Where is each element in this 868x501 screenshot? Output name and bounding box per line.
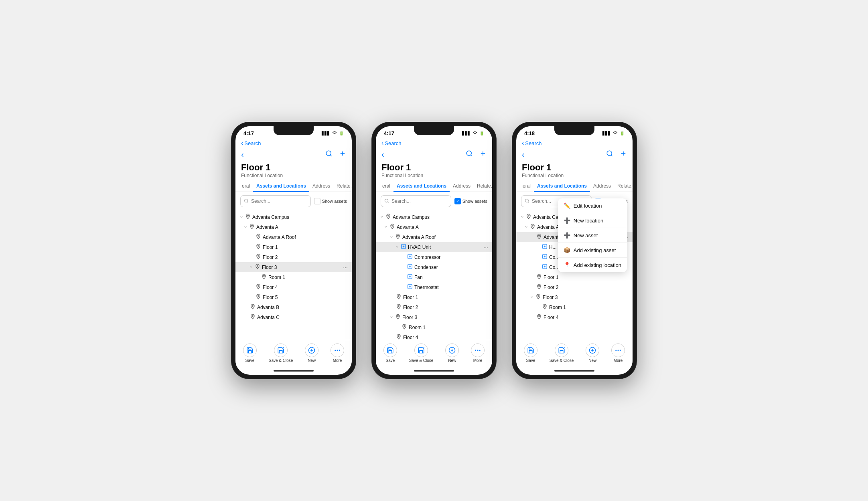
back-nav[interactable]: ‹Search xyxy=(376,138,492,148)
tree-item[interactable]: Advanta Campus xyxy=(235,212,352,222)
tree-item[interactable]: Floor 1 xyxy=(376,292,492,302)
context-dots[interactable]: ··· xyxy=(483,244,488,250)
chevron-icon xyxy=(380,214,384,220)
tree-item[interactable]: Room 1 xyxy=(376,322,492,332)
back-button[interactable]: ‹ xyxy=(241,150,244,159)
back-button[interactable]: ‹ xyxy=(522,150,525,159)
context-menu-item[interactable]: 📍 Add existing location xyxy=(558,258,627,272)
search-box[interactable] xyxy=(240,195,311,207)
tab-1[interactable]: Assets and Locations xyxy=(393,181,450,192)
tree-item[interactable]: Advanta A Roof xyxy=(235,232,352,242)
tree-item-label: Floor 1 xyxy=(403,295,488,300)
tree-item[interactable]: Advanta A xyxy=(235,222,352,232)
tree-item[interactable]: Floor 4 xyxy=(235,282,352,292)
phone-3: 4:18 ▋▋▋ 🔋 ‹Search ‹ Floor 1 Functional … xyxy=(512,122,637,379)
tab-2[interactable]: Address xyxy=(590,181,614,192)
bottom-btn-more[interactable]: More xyxy=(471,343,485,363)
tree-item[interactable]: Floor 2 xyxy=(376,302,492,312)
title-area: Floor 1 Functional Location xyxy=(376,162,492,181)
location-icon xyxy=(395,314,401,321)
tree-item[interactable]: Floor 1 xyxy=(235,242,352,252)
tree-item[interactable]: Condenser xyxy=(376,262,492,272)
svg-point-27 xyxy=(607,151,612,156)
add-button[interactable] xyxy=(620,150,627,159)
svg-point-26 xyxy=(480,350,481,351)
tree-item[interactable]: Floor 3 xyxy=(516,292,633,302)
tree-item[interactable]: Floor 3 xyxy=(376,312,492,322)
tree-item[interactable]: Fan xyxy=(376,272,492,282)
tab-0[interactable]: eral xyxy=(239,181,253,192)
tab-1[interactable]: Assets and Locations xyxy=(534,181,590,192)
tree-item-label: Advanta A Roof xyxy=(402,234,488,240)
bottom-btn-save[interactable]: Save xyxy=(524,343,537,363)
tab-3[interactable]: Relate... xyxy=(614,181,633,192)
bottom-btn-save[interactable]: Save xyxy=(243,343,257,363)
tree-item[interactable]: Floor 5 xyxy=(235,292,352,302)
tab-2[interactable]: Address xyxy=(309,181,333,192)
location-icon xyxy=(256,244,261,250)
tree-item[interactable]: Floor 4 xyxy=(516,312,633,322)
tab-3[interactable]: Relate... xyxy=(474,181,492,192)
context-menu-item[interactable]: ➕ New location xyxy=(558,213,627,228)
tree-item[interactable]: Advanta C xyxy=(235,312,352,322)
context-dots[interactable]: ··· xyxy=(343,264,348,271)
tab-0[interactable]: eral xyxy=(379,181,393,192)
bottom-btn-more[interactable]: More xyxy=(331,343,344,363)
tree-item[interactable]: Floor 3··· xyxy=(235,262,352,272)
tab-0[interactable]: eral xyxy=(519,181,534,192)
tree-item[interactable]: Room 1 xyxy=(516,302,633,312)
tree-item[interactable]: Floor 4 xyxy=(376,332,492,340)
tree-item[interactable]: Compressor xyxy=(376,252,492,262)
bottom-btn-save-&-close[interactable]: Save & Close xyxy=(409,343,434,363)
back-nav[interactable]: ‹Search xyxy=(516,138,633,148)
tree-item[interactable]: Thermostat xyxy=(376,282,492,292)
tree-item[interactable]: Room 1 xyxy=(235,272,352,282)
bottom-btn-save[interactable]: Save xyxy=(383,343,397,363)
tree-item[interactable]: Advanta B xyxy=(235,302,352,312)
show-assets-toggle[interactable]: ✓ Show assets xyxy=(454,198,487,204)
add-button[interactable] xyxy=(339,150,346,159)
tab-1[interactable]: Assets and Locations xyxy=(253,181,309,192)
bottom-btn-save-&-close[interactable]: Save & Close xyxy=(269,343,293,363)
search-button[interactable] xyxy=(325,150,333,159)
tree-item[interactable]: Advanta A xyxy=(376,222,492,232)
tab-3[interactable]: Relate... xyxy=(333,181,352,192)
tree-item[interactable]: Advanta A Roof xyxy=(376,232,492,242)
home-indicator xyxy=(414,370,454,372)
bottom-btn-new[interactable]: New xyxy=(586,343,599,363)
context-menu-item[interactable]: ✏️ Edit location xyxy=(558,198,627,213)
back-nav[interactable]: ‹Search xyxy=(235,138,352,148)
asset-icon xyxy=(407,264,413,271)
tree-item[interactable]: HVAC Unit··· xyxy=(376,242,492,252)
signal-icon: ▋▋▋ xyxy=(462,131,471,135)
add-button[interactable] xyxy=(479,150,487,159)
phone-2: 4:17 ▋▋▋ 🔋 ‹Search ‹ Floor 1 Functional … xyxy=(372,122,496,379)
search-input[interactable] xyxy=(391,198,448,204)
search-button[interactable] xyxy=(606,150,613,159)
bottom-btn-more[interactable]: More xyxy=(611,343,625,363)
tree-item[interactable]: Advanta Campus xyxy=(376,212,492,222)
back-button[interactable]: ‹ xyxy=(381,150,384,159)
asset-icon xyxy=(407,254,413,261)
tab-2[interactable]: Address xyxy=(450,181,474,192)
tree-item[interactable]: Floor 1 xyxy=(516,272,633,282)
wifi-icon xyxy=(612,131,618,136)
tree-item-label: Floor 3 xyxy=(543,295,629,300)
search-button[interactable] xyxy=(466,150,473,159)
show-assets-toggle[interactable]: Show assets xyxy=(314,198,347,204)
show-assets-checkbox[interactable]: ✓ xyxy=(454,198,461,204)
tree-item[interactable]: Floor 2 xyxy=(235,252,352,262)
btn-label-2: New xyxy=(588,358,596,363)
context-menu-item[interactable]: ➕ New asset xyxy=(558,228,627,243)
btn-icon-3 xyxy=(331,343,344,357)
show-assets-checkbox[interactable] xyxy=(314,198,320,204)
bottom-btn-save-&-close[interactable]: Save & Close xyxy=(550,343,574,363)
tree-item[interactable]: Floor 2 xyxy=(516,282,633,292)
search-area: ✓ Show assets xyxy=(376,192,492,210)
bottom-btn-new[interactable]: New xyxy=(305,343,318,363)
tree-item-label: Advanta A Roof xyxy=(263,234,348,240)
bottom-btn-new[interactable]: New xyxy=(445,343,459,363)
search-input[interactable] xyxy=(251,198,307,204)
search-box[interactable] xyxy=(381,195,451,207)
context-menu-item[interactable]: 📦 Add existing asset xyxy=(558,243,627,258)
